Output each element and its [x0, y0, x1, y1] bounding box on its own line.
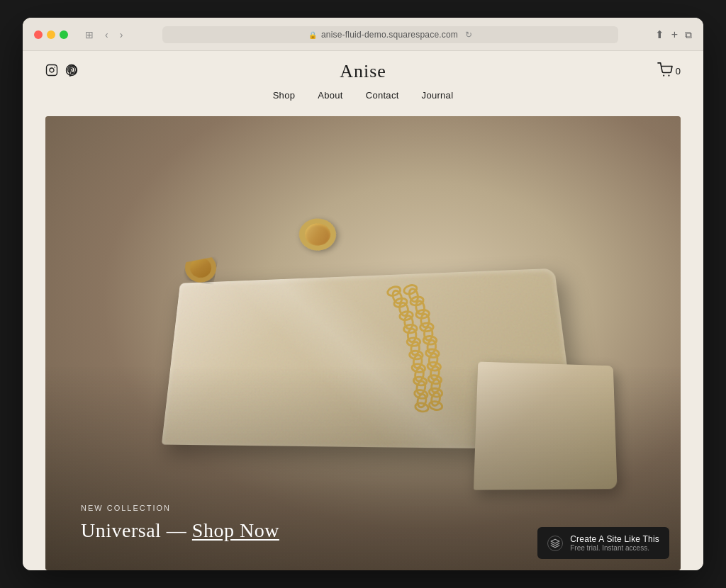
svg-point-2 [54, 67, 55, 68]
tabs-icon[interactable]: ⧉ [685, 29, 692, 41]
site-header: Anise 0 Shop About Contact Jour [23, 51, 703, 116]
forward-button[interactable]: › [117, 28, 126, 42]
instagram-icon[interactable] [45, 64, 58, 79]
header-top: Anise 0 [45, 62, 681, 80]
svg-point-37 [425, 327, 433, 341]
browser-chrome: ⊞ ‹ › 🔒 anise-fluid-demo.squarespace.com… [23, 18, 703, 51]
nav-about[interactable]: About [318, 90, 342, 101]
traffic-lights [34, 30, 68, 39]
browser-window: ⊞ ‹ › 🔒 anise-fluid-demo.squarespace.com… [23, 18, 703, 570]
nav-shop[interactable]: Shop [273, 90, 296, 101]
badge-title: Create A Site Like This [570, 534, 659, 544]
hero-label: NEW COLLECTION [81, 504, 279, 512]
pinterest-icon[interactable] [65, 64, 78, 79]
cart-icon [657, 62, 673, 80]
svg-point-38 [428, 340, 437, 354]
reload-icon[interactable]: ↻ [465, 30, 472, 40]
hero-image: NEW COLLECTION Universal — Shop Now Crea… [45, 116, 681, 570]
browser-controls: ⊞ ‹ › [82, 28, 125, 42]
maximize-button[interactable] [60, 30, 68, 39]
address-bar[interactable]: 🔒 anise-fluid-demo.squarespace.com ↻ [162, 26, 618, 43]
website: Anise 0 Shop About Contact Jour [23, 51, 703, 570]
site-nav: Shop About Contact Journal [45, 86, 681, 108]
svg-point-18 [408, 329, 416, 342]
site-title: Anise [340, 61, 386, 82]
browser-actions: ⬆ + ⧉ [655, 28, 692, 41]
hero-text-block: NEW COLLECTION Universal — Shop Now [81, 504, 279, 542]
hero-section: NEW COLLECTION Universal — Shop Now Crea… [45, 116, 681, 570]
hero-title-prefix: Universal — [81, 519, 192, 541]
close-button[interactable] [34, 30, 43, 39]
nav-contact[interactable]: Contact [366, 90, 399, 101]
cart-count: 0 [676, 66, 681, 77]
squarespace-logo [547, 536, 563, 551]
social-icons [45, 64, 78, 79]
url-text: anise-fluid-demo.squarespace.com [321, 30, 458, 40]
cart-area[interactable]: 0 [657, 62, 681, 80]
squarespace-badge[interactable]: Create A Site Like This Free trial. Inst… [537, 527, 669, 559]
badge-subtitle: Free trial. Instant access. [570, 544, 659, 552]
share-icon[interactable]: ⬆ [655, 28, 664, 41]
nav-journal[interactable]: Journal [422, 90, 454, 101]
svg-point-1 [50, 68, 54, 72]
squarespace-text: Create A Site Like This Free trial. Inst… [570, 534, 659, 552]
svg-point-3 [663, 75, 664, 77]
svg-point-19 [411, 342, 420, 356]
svg-point-36 [421, 314, 430, 327]
new-tab-icon[interactable]: + [671, 28, 678, 41]
lock-icon: 🔒 [308, 31, 317, 39]
hero-title: Universal — Shop Now [81, 519, 279, 542]
back-button[interactable]: ‹ [102, 28, 111, 42]
svg-rect-0 [47, 64, 57, 75]
minimize-button[interactable] [47, 30, 55, 39]
sidebar-toggle-button[interactable]: ⊞ [82, 28, 96, 42]
svg-point-4 [668, 75, 669, 77]
svg-point-17 [404, 316, 413, 329]
svg-point-34 [408, 288, 420, 303]
shop-now-link[interactable]: Shop Now [192, 519, 279, 541]
svg-point-39 [429, 354, 439, 368]
